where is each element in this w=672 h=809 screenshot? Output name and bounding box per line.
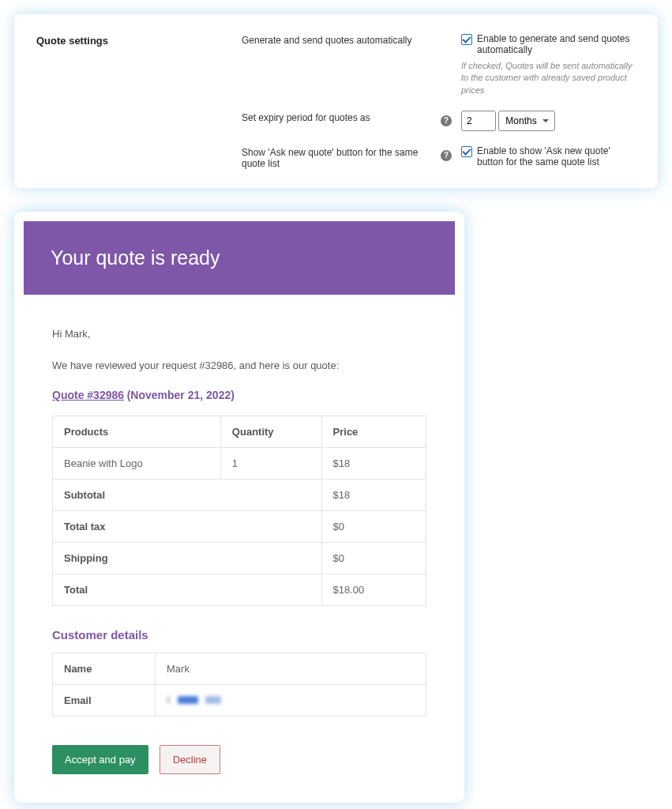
checkbox-icon	[461, 146, 472, 157]
table-row-total: Total $18.00	[53, 574, 426, 606]
email-header: Your quote is ready	[24, 221, 455, 295]
hint-auto-send: If checked, Quotes will be sent automati…	[461, 60, 636, 96]
setting-label-ask-new: Show 'Ask new quote' button for the same…	[242, 145, 439, 169]
value-customer-name: Mark	[156, 653, 426, 685]
checkbox-label-auto-send: Enable to generate and send quotes autom…	[477, 33, 636, 55]
setting-row-auto-send: Quote settings Generate and send quotes …	[36, 33, 636, 96]
settings-section-title: Quote settings	[36, 35, 108, 47]
cell-product-qty: 1	[220, 448, 321, 480]
label-tax: Total tax	[53, 511, 322, 543]
label-subtotal: Subtotal	[53, 480, 322, 511]
setting-label-auto-send: Generate and send quotes automatically	[242, 33, 439, 46]
quote-email-preview: Your quote is ready Hi Mark, We have rev…	[14, 212, 464, 803]
table-row-shipping: Shipping $0	[53, 543, 426, 574]
cell-product-price: $18	[321, 448, 426, 480]
label-shipping: Shipping	[53, 543, 322, 574]
table-row-tax: Total tax $0	[53, 511, 426, 543]
accept-button[interactable]: Accept and pay	[52, 745, 148, 774]
value-shipping: $0	[321, 543, 426, 574]
customer-email-row: Email	[53, 685, 426, 717]
value-total: $18.00	[321, 574, 426, 606]
button-row: Accept and pay Decline	[52, 745, 426, 774]
value-subtotal: $18	[321, 480, 426, 511]
col-quantity: Quantity	[220, 416, 321, 448]
expiry-unit-select[interactable]: Months	[498, 111, 555, 131]
customer-details-table: Name Mark Email	[52, 653, 426, 717]
setting-row-expiry: Set expiry period for quotes as ? Months	[36, 111, 636, 131]
label-customer-email: Email	[53, 685, 156, 717]
products-table: Products Quantity Price Beanie with Logo…	[52, 416, 426, 606]
email-intro: We have reviewed your request #32986, an…	[52, 358, 426, 374]
value-tax: $0	[321, 511, 426, 543]
quote-date: (November 21, 2022)	[127, 389, 235, 401]
setting-row-ask-new: Show 'Ask new quote' button for the same…	[36, 145, 636, 169]
cell-product-name: Beanie with Logo	[53, 448, 221, 480]
quote-settings-panel: Quote settings Generate and send quotes …	[14, 14, 658, 188]
checkbox-label-ask-new: Enable to show 'Ask new quote' button fo…	[477, 145, 636, 167]
help-icon[interactable]: ?	[441, 150, 452, 161]
expiry-number-input[interactable]	[461, 111, 496, 131]
email-body: Hi Mark, We have reviewed your request #…	[24, 295, 455, 793]
table-header-row: Products Quantity Price	[53, 416, 426, 448]
customer-details-heading: Customer details	[52, 628, 426, 642]
col-price: Price	[321, 416, 426, 448]
label-customer-name: Name	[53, 653, 156, 685]
customer-name-row: Name Mark	[53, 653, 426, 685]
decline-button[interactable]: Decline	[160, 745, 220, 774]
checkbox-icon	[461, 34, 472, 45]
checkbox-ask-new[interactable]: Enable to show 'Ask new quote' button fo…	[461, 145, 636, 167]
email-greeting: Hi Mark,	[52, 326, 426, 342]
help-icon[interactable]: ?	[441, 115, 452, 126]
setting-label-expiry: Set expiry period for quotes as	[242, 111, 439, 123]
quote-link[interactable]: Quote #32986	[52, 389, 124, 401]
label-total: Total	[53, 574, 322, 606]
table-row: Beanie with Logo 1 $18	[53, 448, 426, 480]
checkbox-auto-send[interactable]: Enable to generate and send quotes autom…	[461, 33, 636, 55]
table-row-subtotal: Subtotal $18	[53, 480, 426, 511]
value-customer-email	[156, 685, 426, 717]
quote-title-line: Quote #32986 (November 21, 2022)	[52, 389, 426, 401]
col-products: Products	[53, 416, 221, 448]
